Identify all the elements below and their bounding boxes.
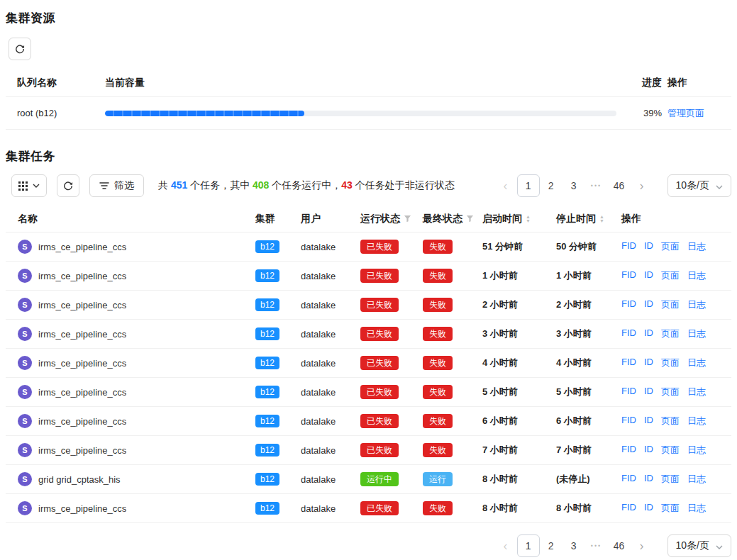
capacity-progress-fill bbox=[105, 111, 304, 116]
action-page-link[interactable]: 页面 bbox=[661, 357, 680, 369]
sort-icon[interactable]: ▲▼ bbox=[599, 215, 604, 223]
task-name: irms_ce_pipeline_ccs bbox=[38, 329, 126, 340]
task-user: datalake bbox=[301, 271, 360, 281]
action-id-link[interactable]: ID bbox=[644, 240, 653, 253]
row-actions: FIDID页面日志 bbox=[621, 240, 731, 253]
pagination-page-2[interactable]: 2 bbox=[540, 534, 563, 557]
pagination-next[interactable]: › bbox=[631, 534, 653, 557]
row-actions: FIDID页面日志 bbox=[621, 415, 731, 427]
col-name: 名称 bbox=[6, 213, 255, 225]
action-log-link[interactable]: 日志 bbox=[687, 269, 706, 282]
manage-page-link[interactable]: 管理页面 bbox=[667, 108, 704, 118]
chevron-down-icon bbox=[33, 184, 40, 188]
pagination-next[interactable]: › bbox=[631, 174, 653, 197]
pagination: ‹123•••46› bbox=[494, 174, 653, 197]
pagination-page-1[interactable]: 1 bbox=[517, 174, 540, 197]
start-time: 3 小时前 bbox=[482, 327, 556, 340]
table-row: Sirms_ce_pipeline_ccsb12datalake已失败失败8 小… bbox=[6, 494, 731, 523]
action-fid-link[interactable]: FID bbox=[621, 327, 636, 340]
task-count-running: 408 bbox=[253, 179, 269, 191]
action-fid-link[interactable]: FID bbox=[621, 269, 636, 282]
pagination-ellipsis[interactable]: ••• bbox=[585, 534, 608, 557]
action-log-link[interactable]: 日志 bbox=[687, 502, 706, 515]
action-id-link[interactable]: ID bbox=[644, 269, 653, 282]
tasks-refresh-button[interactable] bbox=[57, 174, 79, 197]
action-id-link[interactable]: ID bbox=[644, 502, 653, 515]
run-status-badge: 已失败 bbox=[360, 269, 399, 283]
pagination-page-3[interactable]: 3 bbox=[563, 534, 585, 557]
cluster-tag: b12 bbox=[255, 327, 279, 340]
pagination-prev[interactable]: ‹ bbox=[494, 174, 517, 197]
col-progress: 进度 bbox=[616, 77, 663, 89]
pagination-page-1[interactable]: 1 bbox=[517, 534, 540, 557]
action-page-link[interactable]: 页面 bbox=[661, 444, 680, 457]
pagination-page-3[interactable]: 3 bbox=[563, 174, 585, 197]
resources-refresh-button[interactable] bbox=[9, 38, 31, 60]
final-status-badge: 失败 bbox=[423, 385, 453, 399]
start-time: 51 分钟前 bbox=[482, 240, 556, 253]
task-avatar: S bbox=[18, 443, 32, 457]
col-stop-time[interactable]: 停止时间 ▲▼ bbox=[556, 213, 621, 225]
sort-icon[interactable]: ▲▼ bbox=[526, 215, 531, 223]
action-log-link[interactable]: 日志 bbox=[687, 444, 706, 457]
action-log-link[interactable]: 日志 bbox=[687, 357, 706, 369]
filter-button[interactable]: 筛选 bbox=[89, 174, 144, 197]
action-fid-link[interactable]: FID bbox=[621, 298, 636, 311]
col-run-status[interactable]: 运行状态 bbox=[360, 213, 423, 225]
pagination-page-46[interactable]: 46 bbox=[608, 174, 631, 197]
filter-funnel-icon[interactable] bbox=[466, 213, 474, 225]
page-size-select[interactable]: 10条/页 bbox=[667, 174, 731, 197]
action-fid-link[interactable]: FID bbox=[621, 386, 636, 398]
action-fid-link[interactable]: FID bbox=[621, 502, 636, 515]
run-status-badge: 已失败 bbox=[360, 501, 399, 515]
action-id-link[interactable]: ID bbox=[644, 415, 653, 427]
filter-funnel-icon[interactable] bbox=[404, 213, 411, 225]
task-avatar: S bbox=[18, 298, 32, 312]
action-page-link[interactable]: 页面 bbox=[661, 298, 680, 311]
stop-time: 3 小时前 bbox=[556, 327, 621, 340]
task-name: irms_ce_pipeline_ccs bbox=[38, 358, 126, 369]
action-page-link[interactable]: 页面 bbox=[661, 502, 680, 515]
action-id-link[interactable]: ID bbox=[644, 327, 653, 340]
pagination-page-2[interactable]: 2 bbox=[540, 174, 563, 197]
column-settings-button[interactable] bbox=[11, 174, 47, 197]
cluster-tag: b12 bbox=[255, 240, 279, 253]
action-page-link[interactable]: 页面 bbox=[661, 269, 680, 282]
task-user: datalake bbox=[301, 242, 360, 252]
task-avatar: S bbox=[18, 240, 32, 254]
col-final-status[interactable]: 最终状态 bbox=[423, 213, 482, 225]
tasks-table: 名称 集群 用户 运行状态 最终状态 启动时间 ▲▼ 停止时间 ▲▼ 操作 Si… bbox=[6, 206, 731, 523]
action-fid-link[interactable]: FID bbox=[621, 240, 636, 253]
action-fid-link[interactable]: FID bbox=[621, 357, 636, 369]
chevron-down-icon bbox=[716, 540, 723, 551]
action-id-link[interactable]: ID bbox=[644, 473, 653, 486]
action-page-link[interactable]: 页面 bbox=[661, 240, 680, 253]
action-id-link[interactable]: ID bbox=[644, 298, 653, 311]
action-id-link[interactable]: ID bbox=[644, 357, 653, 369]
action-log-link[interactable]: 日志 bbox=[687, 298, 706, 311]
pagination-ellipsis[interactable]: ••• bbox=[585, 174, 608, 197]
task-user: datalake bbox=[301, 387, 360, 398]
col-start-time[interactable]: 启动时间 ▲▼ bbox=[482, 213, 556, 225]
task-name: irms_ce_pipeline_ccs bbox=[38, 416, 126, 427]
action-page-link[interactable]: 页面 bbox=[661, 473, 680, 486]
action-log-link[interactable]: 日志 bbox=[687, 415, 706, 427]
action-log-link[interactable]: 日志 bbox=[687, 386, 706, 398]
action-fid-link[interactable]: FID bbox=[621, 415, 636, 427]
action-id-link[interactable]: ID bbox=[644, 444, 653, 457]
action-log-link[interactable]: 日志 bbox=[687, 327, 706, 340]
action-log-link[interactable]: 日志 bbox=[687, 240, 706, 253]
action-id-link[interactable]: ID bbox=[644, 386, 653, 398]
action-log-link[interactable]: 日志 bbox=[687, 473, 706, 486]
cluster-tag: b12 bbox=[255, 502, 279, 515]
action-fid-link[interactable]: FID bbox=[621, 444, 636, 457]
col-cluster: 集群 bbox=[255, 213, 301, 225]
pagination-prev[interactable]: ‹ bbox=[494, 534, 517, 557]
action-fid-link[interactable]: FID bbox=[621, 473, 636, 486]
col-queue-name: 队列名称 bbox=[6, 77, 105, 89]
action-page-link[interactable]: 页面 bbox=[661, 415, 680, 427]
pagination-page-46[interactable]: 46 bbox=[608, 534, 631, 557]
action-page-link[interactable]: 页面 bbox=[661, 386, 680, 398]
page-size-select[interactable]: 10条/页 bbox=[667, 534, 731, 557]
action-page-link[interactable]: 页面 bbox=[661, 327, 680, 340]
